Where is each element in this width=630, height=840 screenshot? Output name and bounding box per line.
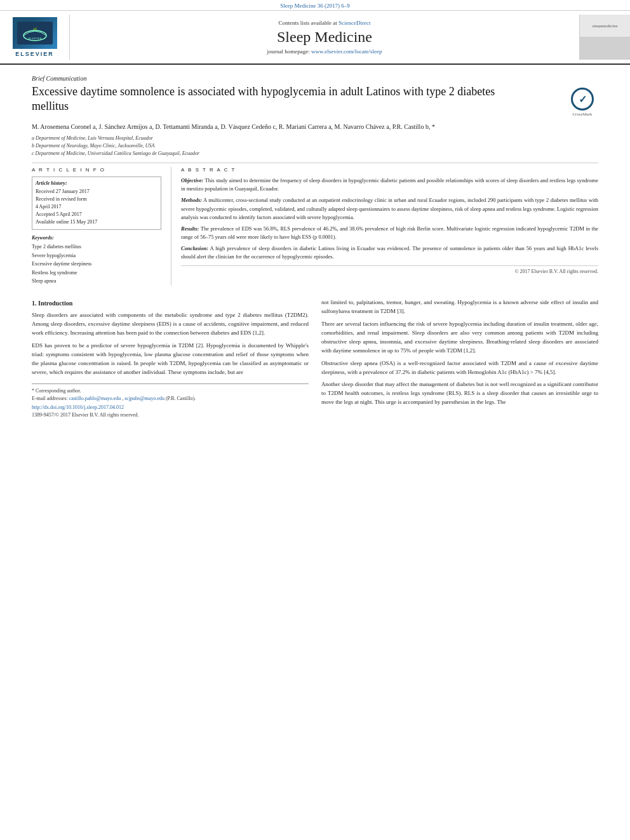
available-online: Available online 15 May 2017: [36, 218, 158, 226]
affiliation-b: b Department of Neurology, Mayo Clinic, …: [32, 142, 598, 150]
copyright: © 2017 Elsevier B.V. All rights reserved…: [181, 265, 598, 274]
svg-text:ELSEVIER: ELSEVIER: [28, 37, 41, 40]
abstract-column: A B S T R A C T Objective: This study ai…: [171, 167, 598, 286]
accepted-date: Accepted 5 April 2017: [36, 211, 158, 218]
footnote-corresponding: * Corresponding author.: [32, 387, 309, 395]
abstract-results: Results: The prevalence of EDS was 56.8%…: [181, 225, 598, 241]
results-text: The prevalence of EDS was 56.8%, RLS pre…: [181, 225, 598, 240]
conclusion-text: A high prevalence of sleep disorders in …: [181, 245, 598, 260]
journal-thumbnails: sleepmedicine: [579, 15, 630, 60]
article-info-column: A R T I C L E I N F O Article history: R…: [32, 167, 171, 286]
body-right-para4: Another sleep disorder that may affect t…: [321, 380, 598, 407]
citation-text: Sleep Medicine 36 (2017) 6–9: [280, 3, 349, 9]
keywords-list: Type 2 diabetes mellitus Severe hypoglyc…: [32, 243, 161, 286]
email-label: E-mail addresses:: [32, 396, 68, 401]
contents-available: Contents lists available at ScienceDirec…: [279, 20, 371, 26]
abstract-text: Objective: This study aimed to determine…: [181, 177, 598, 262]
abstract-conclusion: Conclusion: A high prevalence of sleep d…: [181, 244, 598, 261]
article-info-heading: A R T I C L E I N F O: [32, 167, 161, 173]
journal-header-center: Contents lists available at ScienceDirec…: [70, 15, 579, 60]
main-content: Brief Communication Excessive daytime so…: [0, 65, 630, 425]
article-info-abstract-row: A R T I C L E I N F O Article history: R…: [32, 167, 598, 286]
article-title-row: Excessive daytime somnolence is associat…: [32, 84, 598, 117]
keywords-title: Keywords:: [32, 235, 161, 241]
received-date: Received 27 January 2017: [36, 188, 158, 196]
journal-title: Sleep Medicine: [277, 29, 372, 46]
elsevier-name: ELSEVIER: [15, 51, 54, 57]
authors: M. Arosemena Coronel a, J. Sánchez Armij…: [32, 122, 598, 132]
objective-label: Objective:: [181, 177, 203, 183]
body-para2: EDS has proven to be a predictor of seve…: [32, 342, 309, 377]
email-2-link[interactable]: scjpubs@mayo.edu: [124, 396, 164, 401]
abstract-objective: Objective: This study aimed to determine…: [181, 177, 598, 193]
email-suffix: (P.R. Castillo).: [166, 396, 196, 401]
affiliation-a: a Department of Medicine, Luis Vernaza H…: [32, 135, 598, 142]
affiliation-c: c Department of Medicine, Universidad Ca…: [32, 150, 598, 157]
thumb-text: sleepmedicine: [592, 23, 617, 29]
keyword-1: Type 2 diabetes mellitus: [32, 243, 161, 251]
article-title: Excessive daytime somnolence is associat…: [32, 84, 508, 114]
doi-link[interactable]: http://dx.doi.org/10.1016/j.sleep.2017.0…: [32, 404, 309, 411]
objective-text: This study aimed to determine the freque…: [181, 177, 598, 192]
received-revised-label: Received in revised form: [36, 196, 158, 203]
body-columns: 1. Introduction Sleep disorders are asso…: [32, 298, 598, 420]
methods-label: Methods:: [181, 197, 202, 203]
journal-header: 🌿 ELSEVIER ELSEVIER Contents lists avail…: [0, 11, 630, 65]
keywords-section: Keywords: Type 2 diabetes mellitus Sever…: [32, 235, 161, 286]
article-history-box: Article history: Received 27 January 201…: [32, 177, 161, 230]
body-right-para3: Obstructive sleep apnea (OSA) is a well-…: [321, 359, 598, 377]
abstract-heading: A B S T R A C T: [181, 167, 598, 173]
journal-homepage: journal homepage: www.elsevier.com/locat…: [267, 48, 382, 55]
keyword-2: Severe hypoglycemia: [32, 251, 161, 260]
homepage-link[interactable]: www.elsevier.com/locate/sleep: [311, 48, 382, 55]
footnote-email: E-mail addresses: castillo.pablo@mayo.ed…: [32, 395, 309, 403]
crossmark-icon: ✓: [571, 88, 594, 110]
thumbnail-2: [580, 37, 630, 60]
keyword-5: Sleep apnea: [32, 277, 161, 286]
issn-text: 1389-9457/© 2017 Elsevier B.V. All right…: [32, 411, 309, 419]
results-label: Results:: [181, 225, 199, 232]
crossmark-badge[interactable]: ✓ CrossMark: [566, 88, 598, 117]
affiliations: a Department of Medicine, Luis Vernaza H…: [32, 135, 598, 157]
body-para1: Sleep disorders are associated with comp…: [32, 311, 309, 338]
body-right-column: not limited to, palpitations, tremor, hu…: [321, 298, 598, 420]
section1-label: Introduction: [38, 300, 72, 307]
methods-text: A multicenter, cross-sectional study con…: [181, 197, 598, 220]
body-content: 1. Introduction Sleep disorders are asso…: [32, 298, 598, 420]
homepage-label: journal homepage:: [267, 48, 311, 55]
section1-title: 1. Introduction: [32, 298, 309, 309]
contents-label: Contents lists available at: [279, 20, 338, 26]
thumbnail-1: sleepmedicine: [580, 15, 630, 37]
email-1-link[interactable]: castillo.pablo@mayo.edu: [69, 396, 121, 401]
elsevier-logo-image: 🌿 ELSEVIER: [13, 17, 57, 49]
conclusion-label: Conclusion:: [181, 245, 208, 251]
article-type: Brief Communication: [32, 75, 598, 82]
section1-number: 1.: [32, 300, 37, 307]
received-revised-date: 4 April 2017: [36, 203, 158, 211]
body-right-para1: not limited to, palpitations, tremor, hu…: [321, 298, 598, 316]
history-title: Article history:: [36, 180, 158, 186]
divider-1: [32, 163, 598, 163]
keyword-3: Excessive daytime sleepiness: [32, 260, 161, 269]
elsevier-logo-area: 🌿 ELSEVIER ELSEVIER: [0, 15, 70, 60]
footnote-area: * Corresponding author. E-mail addresses…: [32, 383, 309, 420]
science-direct-link[interactable]: ScienceDirect: [338, 20, 370, 26]
abstract-methods: Methods: A multicenter, cross-sectional …: [181, 196, 598, 222]
crossmark-label: CrossMark: [572, 112, 592, 117]
body-left-column: 1. Introduction Sleep disorders are asso…: [32, 298, 309, 420]
body-right-para2: There are several factors influencing th…: [321, 320, 598, 356]
journal-citation: Sleep Medicine 36 (2017) 6–9: [0, 0, 630, 11]
keyword-4: Restless leg syndrome: [32, 269, 161, 277]
